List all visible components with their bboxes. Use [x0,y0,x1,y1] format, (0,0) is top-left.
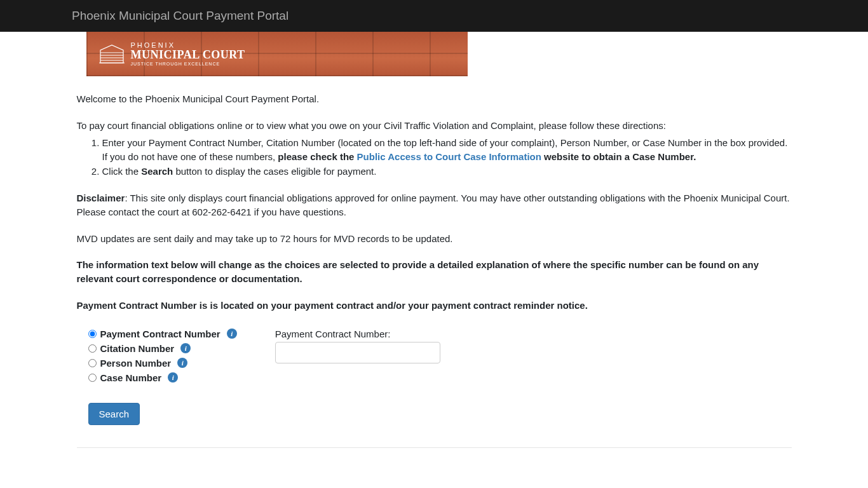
search-input-label: Payment Contract Number: [275,329,440,339]
info-icon[interactable]: i [177,358,187,368]
mvd-text: MVD updates are sent daily and may take … [77,232,792,246]
search-type-radios: Payment Contract Number i Citation Numbe… [77,329,237,387]
navbar: Phoenix Municipal Court Payment Portal [0,0,868,32]
radio-payment-contract-label[interactable]: Payment Contract Number i [100,329,237,339]
directions-list: Enter your Payment Contract Number, Cita… [77,136,792,179]
search-button[interactable]: Search [88,403,140,425]
building-icon [99,44,125,64]
banner-court: MUNICIPAL COURT [131,49,245,60]
direction-step-1: Enter your Payment Contract Number, Cita… [102,136,792,165]
radio-citation-number-label[interactable]: Citation Number i [100,343,191,354]
direction-step-2: Click the Search button to display the c… [102,165,792,179]
dynamic-info-text: The information text below will change a… [77,258,792,286]
radio-payment-contract[interactable] [88,330,97,338]
info-icon[interactable]: i [180,343,191,353]
disclaimer-text: Disclaimer: This site only displays cour… [77,191,792,219]
main-content: Welcome to the Phoenix Municipal Court P… [77,92,792,467]
radio-citation-number[interactable] [88,344,97,353]
radio-case-number[interactable] [88,374,97,382]
radio-person-number-label[interactable]: Person Number i [100,358,188,369]
banner-image: PHOENIX MUNICIPAL COURT JUSTICE THROUGH … [86,32,468,76]
search-input[interactable] [275,342,440,363]
radio-case-number-label[interactable]: Case Number i [100,372,179,383]
welcome-text: Welcome to the Phoenix Municipal Court P… [77,92,792,106]
navbar-title: Phoenix Municipal Court Payment Portal [10,9,288,23]
info-icon[interactable]: i [168,372,178,383]
public-access-link[interactable]: Public Access to Court Case Information [357,151,541,162]
directions-text: To pay court financial obligations onlin… [77,119,792,133]
divider [77,447,792,448]
selected-help-text: Payment Contract Number is is located on… [77,299,792,313]
info-icon[interactable]: i [227,329,237,339]
banner-tagline: JUSTICE THROUGH EXCELLENCE [131,62,245,66]
radio-person-number[interactable] [88,359,97,367]
